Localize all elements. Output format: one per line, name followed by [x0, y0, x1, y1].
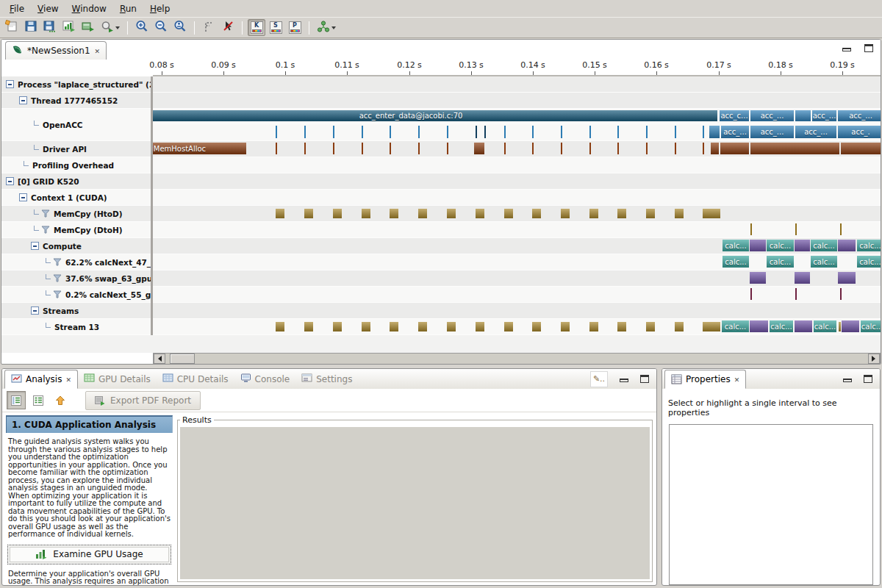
timeline-event[interactable] — [703, 126, 704, 138]
scroll-left-button[interactable] — [154, 354, 165, 364]
timeline-event[interactable] — [795, 288, 797, 300]
timeline-interval[interactable]: acc_... — [795, 126, 836, 138]
tree-item-kernel-calcnext55[interactable]: 0.2% calcNext_55_g... — [1, 287, 151, 303]
scrollbar-thumb[interactable] — [170, 354, 195, 364]
timeline-interval[interactable]: calc... — [722, 320, 749, 332]
timeline-interval[interactable]: acc_enter_data@jacobi.c:70 — [153, 110, 717, 121]
marker-mode-button[interactable] — [200, 19, 218, 36]
maximize-icon[interactable] — [640, 375, 649, 383]
timeline-event[interactable] — [675, 126, 676, 138]
timeline-interval[interactable] — [842, 320, 859, 332]
timeline-interval[interactable] — [418, 322, 427, 331]
timeline-event[interactable] — [484, 126, 486, 138]
maximize-icon[interactable] — [864, 375, 872, 383]
collapse-toggle-icon[interactable] — [6, 80, 14, 88]
timeline-interval[interactable] — [750, 320, 768, 332]
timeline-interval[interactable] — [390, 322, 398, 331]
tab-settings[interactable]: Settings — [295, 369, 358, 389]
close-icon[interactable] — [95, 46, 101, 56]
timeline-interval[interactable] — [795, 110, 811, 121]
timeline-interval[interactable]: calc... — [723, 240, 749, 251]
timeline-interval[interactable] — [362, 209, 370, 218]
timeline-interval[interactable] — [390, 209, 398, 218]
timeline-interval[interactable] — [841, 143, 881, 154]
timeline-interval[interactable]: calc... — [770, 320, 793, 332]
tree-item-compute[interactable]: Compute — [1, 238, 151, 254]
timeline-event[interactable] — [304, 143, 306, 154]
minimize-icon[interactable] — [843, 379, 852, 382]
menu-view[interactable]: View — [31, 1, 65, 16]
tree-item-kernel-calcnext47[interactable]: 62.2% calcNext_47_... — [1, 254, 151, 270]
tree-item-grid-k520[interactable]: [0] GRID K520 — [1, 173, 151, 190]
timeline-interval[interactable] — [561, 209, 570, 218]
timeline-interval[interactable] — [504, 209, 513, 218]
timeline-event[interactable] — [750, 223, 752, 235]
timeline-event[interactable] — [532, 143, 534, 154]
timeline-event[interactable] — [418, 126, 420, 138]
timeline-interval[interactable] — [362, 322, 370, 331]
timeline-interval[interactable] — [711, 209, 720, 218]
timeline-event[interactable] — [646, 126, 648, 138]
timeline-interval[interactable] — [795, 272, 810, 284]
timeline-event[interactable] — [390, 143, 391, 154]
timeline-interval[interactable] — [504, 322, 513, 331]
collapse-toggle-icon[interactable] — [31, 242, 39, 250]
edit-mode-icon[interactable]: ✎.. — [590, 371, 608, 387]
collapse-toggle-icon[interactable] — [31, 306, 39, 315]
timeline-interval[interactable]: acc_... — [812, 110, 836, 121]
timeline-interval[interactable]: calc... — [857, 256, 881, 268]
horizontal-scrollbar[interactable] — [153, 353, 881, 365]
timeline-interval[interactable] — [617, 322, 626, 331]
save-all-button[interactable] — [41, 19, 59, 36]
tree-item-memcpy-htod[interactable]: MemCpy (HtoD) — [1, 206, 151, 222]
timeline-event[interactable] — [840, 288, 842, 300]
timeline-interval[interactable] — [589, 209, 598, 218]
timeline-event[interactable] — [561, 126, 562, 138]
timeline-interval[interactable] — [839, 322, 841, 331]
profile-application-button[interactable] — [98, 19, 122, 36]
timeline-event[interactable] — [646, 143, 648, 154]
zoom-in-button[interactable] — [133, 19, 151, 36]
timeline-interval[interactable] — [750, 240, 766, 251]
tree-item-stream-13[interactable]: Stream 13 — [1, 319, 151, 335]
collapse-toggle-icon[interactable] — [6, 177, 14, 185]
save-button[interactable] — [22, 19, 40, 36]
menu-file[interactable]: File — [3, 1, 31, 16]
timeline-interval[interactable] — [675, 322, 684, 331]
collapse-toggle-icon[interactable] — [19, 193, 27, 201]
timeline-interval[interactable]: calc... — [767, 256, 794, 268]
timeline-interval[interactable]: acc_... — [721, 126, 749, 138]
timeline-interval[interactable] — [447, 322, 456, 331]
timeline-interval[interactable] — [561, 322, 570, 331]
timeline-event[interactable] — [703, 143, 704, 154]
timeline-event[interactable] — [795, 223, 797, 235]
tab-new-session[interactable]: *NewSession1 — [5, 41, 107, 60]
back-up-button[interactable] — [51, 391, 70, 409]
new-session-button[interactable] — [3, 19, 21, 36]
timeline-event[interactable] — [675, 143, 676, 154]
timeline-event[interactable] — [333, 126, 334, 138]
scrollbar-track[interactable] — [165, 354, 868, 364]
timeline-interval[interactable] — [304, 322, 313, 331]
timeline-event[interactable] — [476, 126, 477, 138]
menu-window[interactable]: Window — [65, 1, 113, 16]
guided-analysis-mode-button[interactable] — [7, 391, 26, 409]
timeline-report-button[interactable] — [60, 19, 78, 36]
timeline-interval[interactable] — [474, 143, 484, 154]
timeline-interval[interactable]: calc... — [811, 240, 837, 251]
timeline-interval[interactable] — [838, 272, 856, 284]
minimize-icon[interactable] — [620, 379, 628, 382]
export-pdf-button[interactable]: Export PDF Report — [85, 391, 201, 410]
timeline-event[interactable] — [504, 143, 506, 154]
timeline-event[interactable] — [589, 126, 591, 138]
timeline-interval[interactable]: calc... — [723, 256, 749, 268]
stream-coloring-button[interactable]: S — [267, 19, 284, 36]
timeline-interval[interactable]: calc... — [814, 320, 836, 332]
minimize-icon[interactable] — [842, 48, 851, 51]
timeline-interval[interactable] — [750, 272, 766, 284]
tree-item-kernel-swap63[interactable]: 37.6% swap_63_gpu — [1, 270, 151, 287]
zoom-out-button[interactable] — [152, 19, 170, 36]
tab-properties[interactable]: Properties — [664, 370, 746, 389]
timeline-interval[interactable]: calc... — [861, 320, 881, 332]
timeline-event[interactable] — [362, 143, 363, 154]
